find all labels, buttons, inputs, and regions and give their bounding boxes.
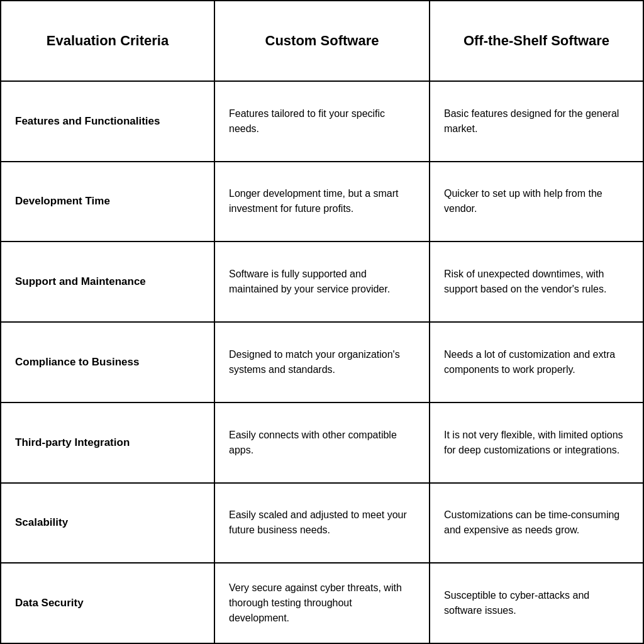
custom-cell-4: Easily connects with other compatible ap… <box>215 403 430 482</box>
criteria-cell-4: Third-party Integration <box>1 403 215 482</box>
shelf-cell-3: Needs a lot of customization and extra c… <box>430 323 643 402</box>
shelf-value-0: Basic features designed for the general … <box>444 106 629 136</box>
criteria-cell-6: Data Security <box>1 564 215 643</box>
shelf-value-3: Needs a lot of customization and extra c… <box>444 347 629 377</box>
criteria-label-2: Support and Maintenance <box>15 274 146 289</box>
shelf-cell-4: It is not very flexible, with limited op… <box>430 403 643 482</box>
criteria-cell-1: Development Time <box>1 162 215 242</box>
criteria-cell-5: Scalability <box>1 484 215 563</box>
criteria-cell-3: Compliance to Business <box>1 323 215 402</box>
table-row: Compliance to Business Designed to match… <box>1 323 643 403</box>
criteria-label-3: Compliance to Business <box>15 355 139 370</box>
table-row: Features and Functionalities Features ta… <box>1 82 643 162</box>
custom-value-2: Software is fully supported and maintain… <box>229 267 415 297</box>
custom-value-5: Easily scaled and adjusted to meet your … <box>229 508 415 538</box>
table-row: Data Security Very secure against cyber … <box>1 564 643 643</box>
table-row: Support and Maintenance Software is full… <box>1 242 643 323</box>
shelf-cell-1: Quicker to set up with help from the ven… <box>430 162 643 242</box>
shelf-value-6: Susceptible to cyber-attacks and softwar… <box>444 588 629 618</box>
custom-value-4: Easily connects with other compatible ap… <box>229 428 415 458</box>
header-shelf-cell: Off-the-Shelf Software <box>430 1 643 80</box>
custom-value-3: Designed to match your organization's sy… <box>229 347 415 377</box>
custom-cell-2: Software is fully supported and maintain… <box>215 242 430 321</box>
header-row: Evaluation Criteria Custom Software Off-… <box>1 1 643 82</box>
shelf-value-4: It is not very flexible, with limited op… <box>444 428 629 458</box>
criteria-cell-0: Features and Functionalities <box>1 82 215 161</box>
criteria-label-5: Scalability <box>15 515 68 530</box>
header-criteria: Evaluation Criteria <box>47 32 169 50</box>
table-row: Development Time Longer development time… <box>1 162 643 243</box>
custom-value-6: Very secure against cyber threats, with … <box>229 580 415 626</box>
comparison-table: Evaluation Criteria Custom Software Off-… <box>0 0 644 644</box>
custom-cell-3: Designed to match your organization's sy… <box>215 323 430 402</box>
custom-cell-6: Very secure against cyber threats, with … <box>215 564 430 643</box>
table-row: Scalability Easily scaled and adjusted t… <box>1 484 643 564</box>
shelf-value-2: Risk of unexpected downtimes, with suppo… <box>444 267 629 297</box>
shelf-cell-2: Risk of unexpected downtimes, with suppo… <box>430 242 643 321</box>
criteria-cell-2: Support and Maintenance <box>1 242 215 321</box>
shelf-cell-6: Susceptible to cyber-attacks and softwar… <box>430 564 643 643</box>
custom-value-1: Longer development time, but a smart inv… <box>229 186 415 216</box>
shelf-value-5: Customizations can be time-consuming and… <box>444 508 629 538</box>
shelf-value-1: Quicker to set up with help from the ven… <box>444 186 629 216</box>
custom-value-0: Features tailored to fit your specific n… <box>229 106 415 136</box>
table-row: Third-party Integration Easily connects … <box>1 403 643 484</box>
custom-cell-5: Easily scaled and adjusted to meet your … <box>215 484 430 563</box>
criteria-label-6: Data Security <box>15 596 84 611</box>
shelf-cell-0: Basic features designed for the general … <box>430 82 643 161</box>
custom-cell-1: Longer development time, but a smart inv… <box>215 162 430 242</box>
header-custom-cell: Custom Software <box>215 1 430 80</box>
criteria-label-4: Third-party Integration <box>15 435 130 450</box>
header-shelf: Off-the-Shelf Software <box>464 32 609 50</box>
criteria-label-0: Features and Functionalities <box>15 114 160 129</box>
custom-cell-0: Features tailored to fit your specific n… <box>215 82 430 161</box>
criteria-label-1: Development Time <box>15 194 110 209</box>
shelf-cell-5: Customizations can be time-consuming and… <box>430 484 643 563</box>
header-custom: Custom Software <box>265 32 379 50</box>
header-criteria-cell: Evaluation Criteria <box>1 1 215 80</box>
